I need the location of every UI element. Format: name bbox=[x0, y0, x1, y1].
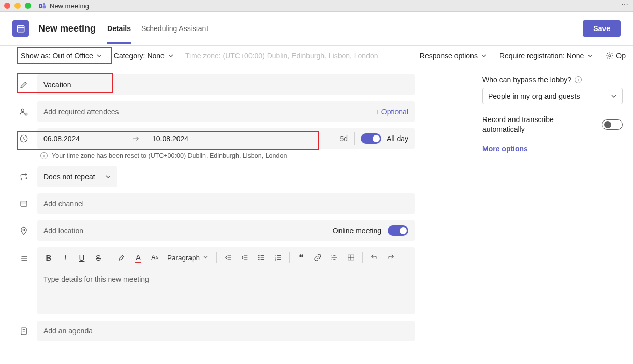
chevron-down-icon bbox=[96, 53, 102, 59]
underline-button[interactable]: U bbox=[75, 250, 89, 265]
redo-button[interactable] bbox=[384, 250, 398, 265]
window-titlebar: T New meeting ⋯ bbox=[0, 0, 633, 12]
chevron-down-icon bbox=[481, 53, 487, 59]
description-editor: B I U S A AA Paragraph 123 bbox=[37, 247, 415, 314]
repeat-icon bbox=[19, 172, 29, 182]
show-as-label: Show as: Out of Office bbox=[21, 52, 93, 60]
date-time-field: 06.08.2024 10.08.2024 5d All day bbox=[37, 128, 415, 149]
channel-input[interactable]: Add channel bbox=[37, 193, 415, 214]
minimize-window-icon[interactable] bbox=[14, 3, 21, 9]
meeting-form: Vacation Add required attendees + Option… bbox=[0, 66, 472, 364]
svg-point-9 bbox=[21, 109, 24, 111]
meeting-options-bar: Show as: Out of Office Category: None Ti… bbox=[0, 46, 633, 66]
description-textarea[interactable]: Type details for this new meeting bbox=[37, 268, 415, 314]
info-icon: i bbox=[40, 152, 48, 159]
bypass-lobby-dropdown[interactable]: People in my org and guests bbox=[482, 88, 623, 104]
meeting-title-value: Vacation bbox=[43, 81, 71, 89]
timezone-label: Time zone: (UTC+00:00) Dublin, Edinburgh… bbox=[185, 52, 378, 60]
table-button[interactable] bbox=[344, 250, 358, 265]
numbered-list-button[interactable]: 123 bbox=[271, 250, 285, 265]
page-title: New meeting bbox=[38, 23, 96, 34]
response-options-dropdown[interactable]: Response options bbox=[420, 52, 487, 60]
show-as-dropdown[interactable]: Show as: Out of Office bbox=[21, 52, 102, 60]
italic-button[interactable]: I bbox=[58, 250, 72, 265]
info-icon[interactable]: i bbox=[575, 76, 582, 83]
online-meeting-label: Online meeting bbox=[333, 226, 381, 235]
meeting-title-input[interactable]: Vacation bbox=[37, 74, 415, 95]
agenda-placeholder: Add an agenda bbox=[43, 327, 93, 335]
chevron-down-icon bbox=[611, 93, 617, 99]
bypass-lobby-value: People in my org and guests bbox=[488, 92, 580, 100]
link-button[interactable] bbox=[311, 250, 325, 265]
svg-point-1 bbox=[43, 3, 45, 5]
agenda-icon bbox=[19, 326, 29, 336]
arrow-right-icon bbox=[125, 134, 146, 143]
svg-text:3: 3 bbox=[275, 259, 276, 261]
location-input[interactable]: Add location Online meeting bbox=[37, 220, 415, 241]
svg-point-26 bbox=[259, 255, 259, 256]
tab-scheduling-assistant[interactable]: Scheduling Assistant bbox=[141, 13, 208, 44]
chevron-down-icon bbox=[203, 254, 209, 261]
bold-button[interactable]: B bbox=[41, 250, 56, 265]
teams-app-icon: T bbox=[38, 2, 47, 10]
agenda-input[interactable]: Add an agenda bbox=[37, 321, 415, 341]
record-transcribe-toggle[interactable] bbox=[602, 119, 623, 130]
outdent-button[interactable] bbox=[221, 250, 235, 265]
gear-icon bbox=[606, 52, 614, 60]
strikethrough-button[interactable]: S bbox=[91, 250, 106, 265]
attendees-placeholder: Add required attendees bbox=[43, 108, 119, 116]
paragraph-dropdown[interactable]: Paragraph bbox=[164, 254, 212, 262]
window-controls bbox=[4, 3, 31, 9]
tab-details[interactable]: Details bbox=[107, 13, 131, 44]
category-label: Category: None bbox=[114, 52, 165, 60]
require-registration-label: Require registration: None bbox=[499, 52, 584, 60]
start-date-input[interactable]: 06.08.2024 bbox=[37, 134, 125, 143]
page-header: New meeting Details Scheduling Assistant… bbox=[0, 12, 633, 46]
bullet-list-button[interactable] bbox=[254, 250, 269, 265]
quote-button[interactable]: ❝ bbox=[294, 250, 308, 265]
svg-rect-4 bbox=[17, 26, 24, 32]
attendees-input[interactable]: Add required attendees + Optional bbox=[37, 101, 415, 122]
header-tabs: Details Scheduling Assistant bbox=[107, 13, 208, 44]
end-date-input[interactable]: 10.08.2024 bbox=[146, 134, 234, 143]
category-dropdown[interactable]: Category: None bbox=[114, 52, 174, 60]
timezone-info-text: Your time zone has been reset to (UTC+00… bbox=[52, 152, 287, 159]
recurrence-value: Does not repeat bbox=[43, 173, 95, 181]
all-day-label: All day bbox=[387, 134, 408, 143]
more-options-link[interactable]: More options bbox=[482, 145, 623, 153]
optional-attendees-link[interactable]: + Optional bbox=[375, 108, 408, 116]
window-title: New meeting bbox=[50, 2, 89, 10]
editor-toolbar: B I U S A AA Paragraph 123 bbox=[37, 247, 415, 268]
more-options-cut[interactable]: Op bbox=[606, 52, 626, 60]
save-button[interactable]: Save bbox=[583, 20, 621, 37]
timezone-info: i Your time zone has been reset to (UTC+… bbox=[19, 152, 415, 159]
clock-icon bbox=[19, 133, 29, 144]
bypass-lobby-label: Who can bypass the lobby? i bbox=[482, 75, 623, 84]
font-size-button[interactable]: AA bbox=[148, 250, 162, 265]
recurrence-dropdown[interactable]: Does not repeat bbox=[37, 166, 117, 187]
options-cut-label: Op bbox=[616, 52, 626, 60]
all-day-toggle[interactable] bbox=[361, 133, 381, 144]
description-icon bbox=[19, 253, 29, 264]
window-more-icon[interactable]: ⋯ bbox=[621, 0, 629, 8]
indent-button[interactable] bbox=[238, 250, 252, 265]
svg-point-28 bbox=[259, 259, 259, 260]
online-meeting-toggle[interactable] bbox=[388, 225, 408, 236]
close-window-icon[interactable] bbox=[4, 3, 10, 9]
require-registration-dropdown[interactable]: Require registration: None bbox=[499, 52, 593, 60]
font-color-button[interactable]: A bbox=[131, 250, 145, 265]
record-transcribe-label: Record and transcribe automatically bbox=[482, 115, 594, 134]
pencil-icon bbox=[19, 80, 29, 90]
highlight-button[interactable] bbox=[114, 250, 129, 265]
location-icon bbox=[19, 225, 29, 236]
undo-button[interactable] bbox=[367, 250, 381, 265]
maximize-window-icon[interactable] bbox=[25, 3, 31, 9]
chevron-down-icon bbox=[105, 174, 111, 180]
svg-point-16 bbox=[23, 229, 25, 231]
duration-label: 5d bbox=[333, 134, 354, 143]
channel-icon bbox=[19, 199, 29, 209]
svg-point-8 bbox=[609, 55, 611, 57]
svg-point-27 bbox=[259, 257, 259, 257]
response-options-label: Response options bbox=[420, 52, 478, 60]
hr-button[interactable] bbox=[327, 250, 342, 265]
